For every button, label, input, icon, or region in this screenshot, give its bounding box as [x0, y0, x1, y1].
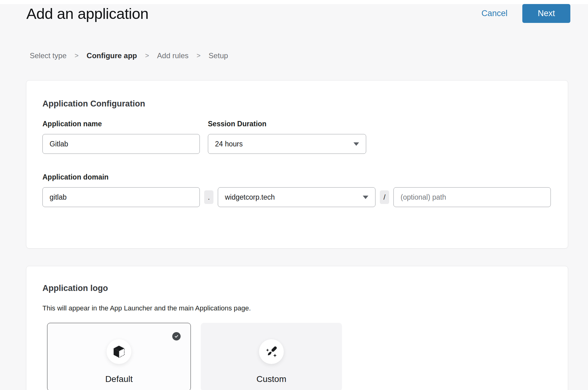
- cube-icon: [112, 344, 126, 359]
- application-name-label: Application name: [42, 120, 200, 128]
- session-duration-select[interactable]: 24 hours: [208, 134, 366, 154]
- breadcrumb-separator: >: [75, 52, 79, 60]
- session-duration-label: Session Duration: [208, 120, 366, 128]
- default-option-label: Default: [105, 374, 133, 384]
- dot-separator: .: [204, 190, 213, 204]
- session-duration-value: 24 hours: [215, 140, 243, 148]
- breadcrumb: Select type > Configure app > Add rules …: [30, 51, 228, 60]
- selected-check-badge: [172, 332, 181, 340]
- application-name-input[interactable]: [42, 134, 200, 154]
- application-domain-label: Application domain: [42, 173, 552, 181]
- logo-card-description: This will appear in the App Launcher and…: [42, 304, 552, 312]
- breadcrumb-step-setup[interactable]: Setup: [208, 51, 228, 60]
- logo-option-custom[interactable]: Custom: [201, 323, 342, 390]
- chevron-down-icon: [363, 196, 368, 199]
- top-strip: [0, 0, 588, 4]
- logo-options-row: Default Custom: [47, 323, 552, 390]
- breadcrumb-step-add-rules[interactable]: Add rules: [157, 51, 188, 60]
- application-logo-card: Application logo This will appear in the…: [26, 266, 568, 390]
- paintbrush-icon: [264, 344, 279, 359]
- breadcrumb-step-configure-app[interactable]: Configure app: [87, 51, 137, 60]
- logo-card-title: Application logo: [42, 284, 552, 293]
- configuration-card-title: Application Configuration: [42, 99, 552, 109]
- path-input[interactable]: [393, 187, 551, 207]
- breadcrumb-separator: >: [145, 52, 149, 60]
- subdomain-input[interactable]: [42, 187, 200, 207]
- next-button[interactable]: Next: [522, 4, 570, 23]
- domain-select[interactable]: widgetcorp.tech: [218, 187, 375, 207]
- custom-logo-circle: [259, 339, 284, 364]
- page-title: Add an application: [26, 5, 148, 22]
- default-logo-circle: [107, 339, 131, 364]
- checkmark-icon: [174, 334, 179, 339]
- domain-select-value: widgetcorp.tech: [225, 193, 275, 202]
- breadcrumb-separator: >: [197, 52, 201, 60]
- application-configuration-card: Application Configuration Application na…: [26, 80, 568, 249]
- custom-option-label: Custom: [257, 374, 286, 384]
- slash-separator: /: [380, 190, 389, 204]
- breadcrumb-step-select-type[interactable]: Select type: [30, 51, 67, 60]
- chevron-down-icon: [353, 142, 359, 146]
- logo-option-default[interactable]: Default: [47, 323, 191, 390]
- cancel-button[interactable]: Cancel: [481, 9, 507, 18]
